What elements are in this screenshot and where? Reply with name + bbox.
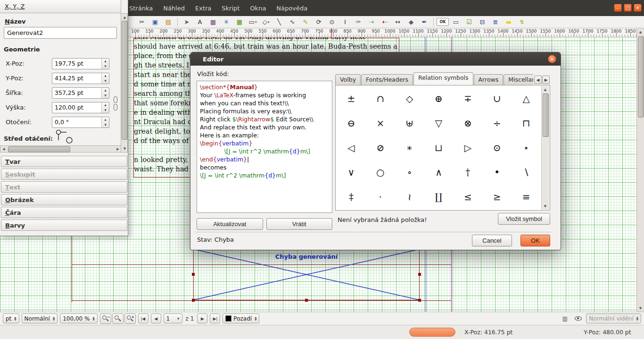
preview-quality-combobox[interactable]: Normální xyxy=(22,314,58,323)
tab-miscellaneous[interactable]: Miscellaneous xyxy=(504,74,533,85)
palette-section-obr-zek[interactable]: Obrázek xyxy=(1,194,127,205)
revert-button[interactable]: Vrátit xyxy=(266,218,333,230)
eye-icon[interactable] xyxy=(573,314,583,323)
symbol-cell[interactable]: × xyxy=(366,111,395,136)
spin-down-icon[interactable] xyxy=(102,93,109,98)
spin-up-icon[interactable] xyxy=(102,102,109,108)
scrollbar-thumb[interactable] xyxy=(638,36,644,118)
last-page-button[interactable]: ▶| xyxy=(210,314,220,323)
y-pos-input[interactable]: 414,25 pt xyxy=(52,73,109,84)
dialog-close-icon[interactable]: ✕ xyxy=(548,55,556,63)
dialog-titlebar[interactable]: Editor ✕ xyxy=(190,52,561,66)
symbol-cell[interactable]: ∪ xyxy=(482,86,512,111)
spin-up-icon[interactable] xyxy=(102,59,109,64)
scroll-down-arrow-icon[interactable] xyxy=(637,305,644,312)
symbol-cell[interactable]: △ xyxy=(512,86,541,111)
edit-contents-icon[interactable]: I xyxy=(339,17,351,27)
symbol-cell[interactable]: ⊔ xyxy=(424,136,454,160)
tab-fonts-headers[interactable]: Fonts/Headers xyxy=(361,74,413,85)
symbol-cell[interactable]: ⊙ xyxy=(482,136,512,160)
zoom-icon[interactable]: ⊙ xyxy=(326,17,338,27)
symbol-cell[interactable]: ∖ xyxy=(512,160,541,185)
basepoint-selector[interactable] xyxy=(55,128,75,144)
tab-volby[interactable]: Volby xyxy=(335,74,361,85)
tab-arrows[interactable]: Arrows xyxy=(474,74,504,85)
rotate-item-icon[interactable]: ⟳ xyxy=(313,17,325,27)
symbol-cell[interactable]: ≀ xyxy=(395,185,424,209)
insert-line-icon[interactable]: ╲ xyxy=(273,17,285,27)
selection-handle[interactable] xyxy=(418,273,421,276)
symbol-cell[interactable]: ▷ xyxy=(453,136,482,160)
height-input[interactable]: 120,00 pt xyxy=(52,102,109,113)
symbol-cell[interactable]: ⋆ xyxy=(512,136,541,160)
symbol-cell[interactable]: † xyxy=(453,160,482,185)
width-input[interactable]: 357,25 pt xyxy=(52,87,109,99)
symbol-cell[interactable]: ∩ xyxy=(366,86,395,111)
symbol-cell[interactable]: ⊎ xyxy=(395,111,424,136)
dropdown-arrow-icon[interactable]: ▾ xyxy=(255,20,257,24)
menu-item-okna[interactable]: Okna xyxy=(245,0,271,16)
pdf-checkbox-icon[interactable]: ☑ xyxy=(463,17,475,27)
insert-shape-icon[interactable]: ▭▾ xyxy=(247,17,259,27)
insert-freehand-icon[interactable]: ✎ xyxy=(299,17,312,27)
pdf-text-field-icon[interactable]: ▭ xyxy=(450,17,462,27)
spin-down-icon[interactable] xyxy=(102,108,109,113)
unit-combobox[interactable]: pt xyxy=(3,314,19,323)
insert-bezier-icon[interactable]: ∿ xyxy=(286,17,298,27)
rotation-input[interactable]: 0,0 ° xyxy=(52,117,109,128)
eyedropper-icon[interactable]: ✒ xyxy=(418,17,430,27)
selection-handle[interactable] xyxy=(418,299,421,302)
scroll-up-arrow-icon[interactable] xyxy=(637,28,644,35)
symbol-cell[interactable]: ⋅ xyxy=(366,185,395,209)
insert-table-icon[interactable]: ▦ xyxy=(233,17,246,27)
measurements-icon[interactable]: ↔ xyxy=(392,17,404,27)
symbol-cell[interactable]: ⊓ xyxy=(512,111,541,136)
palette-vertical-scrollbar[interactable] xyxy=(121,13,128,153)
symbol-cell[interactable]: ‡ xyxy=(337,185,366,209)
insert-render-frame-icon[interactable]: ✳ xyxy=(220,17,232,27)
symbol-cell[interactable]: ≡ xyxy=(512,185,541,209)
selection-handle[interactable] xyxy=(305,299,308,302)
palette-tab-xyz[interactable]: X, Y, Z xyxy=(0,0,121,13)
pdf-link-annotation-icon[interactable]: ↯ xyxy=(516,17,528,27)
tab-scroll-left-button[interactable] xyxy=(534,76,542,84)
cancel-button[interactable]: Cancel xyxy=(472,235,512,246)
menu-item-n-pov-da[interactable]: Nápověda xyxy=(271,0,313,16)
menu-item-skript[interactable]: Skript xyxy=(216,0,245,16)
spin-up-icon[interactable] xyxy=(102,88,109,93)
palette-horizontal-scrollbar[interactable] xyxy=(0,145,122,153)
cut-icon[interactable]: ✂ xyxy=(136,17,148,27)
tab-scroll-right-button[interactable] xyxy=(542,76,550,84)
spin-down-icon[interactable] xyxy=(102,78,109,84)
page-number-combobox[interactable]: 1 xyxy=(164,314,182,323)
symbol-cell[interactable]: ± xyxy=(337,86,366,111)
zoom-full-button[interactable] xyxy=(112,314,124,324)
symbol-cell[interactable]: ⊕ xyxy=(424,86,454,111)
palette-section-ra[interactable]: Čára xyxy=(1,207,127,218)
scroll-down-arrow-icon[interactable] xyxy=(542,203,549,210)
spin-up-icon[interactable] xyxy=(102,117,109,122)
symbol-cell[interactable]: ◇ xyxy=(395,86,424,111)
link-width-height-icon[interactable] xyxy=(113,94,119,113)
scroll-up-arrow-icon[interactable] xyxy=(121,14,128,21)
maximize-button[interactable]: ▢ xyxy=(624,4,632,12)
insert-symbol-button[interactable]: Vložit symbol xyxy=(498,213,550,225)
symbol-cell[interactable]: ∐ xyxy=(424,185,454,209)
spin-down-icon[interactable] xyxy=(102,64,109,69)
copy-properties-icon[interactable]: ◆ xyxy=(405,17,417,27)
zoom-out-button[interactable]: − xyxy=(100,314,111,324)
selection-handle[interactable] xyxy=(192,273,195,276)
symbol-cell[interactable]: ∓ xyxy=(453,86,482,111)
minimize-button[interactable]: — xyxy=(614,4,622,12)
select-item-icon[interactable]: ➤ xyxy=(181,17,193,27)
selection-handle[interactable] xyxy=(192,299,195,302)
symbol-grid-scrollbar[interactable] xyxy=(541,86,549,210)
scroll-right-arrow-icon[interactable] xyxy=(115,146,121,152)
scrollbar-thumb[interactable] xyxy=(543,93,549,137)
close-button[interactable]: ✕ xyxy=(634,4,642,12)
insert-image-frame-icon[interactable]: ▩ xyxy=(207,17,219,27)
pdf-text-annotation-icon[interactable]: ▬ xyxy=(503,17,515,27)
layer-combobox[interactable]: Pozadí xyxy=(223,314,259,323)
symbol-cell[interactable]: ∗ xyxy=(395,136,424,160)
item-name-input[interactable]: Generovat2 xyxy=(4,27,117,39)
